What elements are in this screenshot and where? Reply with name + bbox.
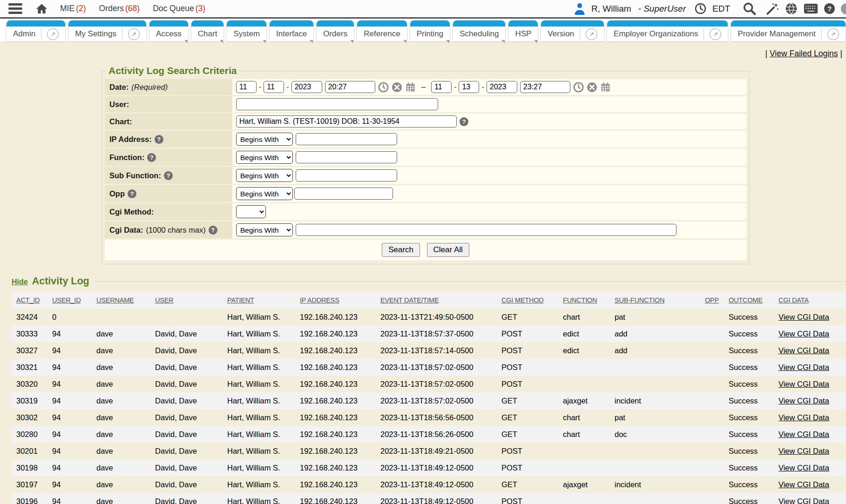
- ip-address-input[interactable]: [296, 133, 397, 145]
- cgi-data-help-icon[interactable]: [209, 226, 217, 235]
- keyboard-icon[interactable]: [804, 3, 818, 14]
- column-header-cgi-data[interactable]: CGI DATA: [778, 292, 846, 309]
- date-to-month-input[interactable]: [431, 81, 452, 93]
- view-cgi-data-link[interactable]: View CGI Data: [778, 363, 829, 371]
- search-icon[interactable]: [743, 2, 756, 15]
- date-field: - - – - -: [232, 79, 746, 95]
- tab-printing[interactable]: Printing: [410, 20, 450, 41]
- cgi-data-match-select[interactable]: Begins With: [236, 223, 293, 236]
- sub-function-input[interactable]: [296, 169, 397, 181]
- column-header-opp[interactable]: OPP: [705, 292, 729, 309]
- view-cgi-data-link[interactable]: View CGI Data: [778, 480, 829, 489]
- open-new-window-icon[interactable]: [710, 28, 721, 40]
- sub-function-match-select[interactable]: Begins With: [236, 169, 293, 182]
- home-icon[interactable]: [35, 3, 48, 15]
- date-to-day-input[interactable]: [459, 81, 479, 93]
- ip-match-select[interactable]: Begins With: [236, 133, 293, 146]
- opp-match-select[interactable]: Begins With: [236, 187, 293, 200]
- view-cgi-data-link[interactable]: View CGI Data: [778, 413, 829, 422]
- column-header-sub-function[interactable]: SUB-FUNCTION: [615, 292, 705, 309]
- function-match-select[interactable]: Begins With: [236, 151, 293, 164]
- clear-all-button[interactable]: Clear All: [427, 243, 469, 257]
- tab-my-settings[interactable]: My Settings: [68, 20, 146, 41]
- clear-date-icon[interactable]: [587, 82, 597, 93]
- function-input[interactable]: [296, 151, 397, 163]
- time-to-input[interactable]: [520, 81, 570, 93]
- column-header-cgi-method[interactable]: CGI METHOD: [501, 292, 563, 309]
- view-cgi-data-link[interactable]: View CGI Data: [778, 447, 829, 455]
- column-header-function[interactable]: FUNCTION: [563, 292, 615, 309]
- view-cgi-data-link[interactable]: View CGI Data: [778, 464, 829, 472]
- time-picker-icon[interactable]: [573, 82, 584, 93]
- date-from-day-input[interactable]: [264, 81, 284, 93]
- tab-admin[interactable]: Admin: [7, 20, 65, 41]
- open-new-window-icon[interactable]: [827, 28, 839, 40]
- time-from-input[interactable]: [325, 81, 375, 93]
- cell-sub-function: add: [615, 325, 705, 342]
- date-to-year-input[interactable]: [487, 81, 517, 93]
- view-cgi-data-link[interactable]: View CGI Data: [778, 396, 829, 405]
- tab-interface[interactable]: Interface: [270, 20, 313, 41]
- cell-username: [96, 309, 155, 325]
- tab-employer-organizations[interactable]: Employer Organizations: [607, 20, 728, 41]
- open-new-window-icon[interactable]: [47, 28, 59, 40]
- column-header-event-date-time[interactable]: EVENT DATE/TIME: [380, 292, 501, 309]
- function-help-icon[interactable]: [147, 153, 156, 162]
- column-header-act-id[interactable]: ACT_ID: [12, 292, 52, 309]
- cgi-data-input[interactable]: [296, 224, 677, 236]
- tab-system[interactable]: System: [227, 20, 266, 41]
- column-header-user[interactable]: USER: [155, 292, 227, 309]
- view-failed-logins-link[interactable]: View Failed Logins: [770, 49, 838, 58]
- globe-icon[interactable]: [785, 2, 798, 15]
- tab-version[interactable]: Version: [541, 20, 604, 41]
- user-input[interactable]: [236, 98, 438, 110]
- nav-orders[interactable]: Orders(68): [99, 4, 140, 13]
- column-header-ip-address[interactable]: IP ADDRESS: [300, 292, 380, 309]
- view-cgi-data-link[interactable]: View CGI Data: [778, 313, 829, 321]
- time-picker-icon[interactable]: [378, 82, 389, 93]
- view-cgi-data-link[interactable]: View CGI Data: [778, 380, 829, 388]
- column-header-outcome[interactable]: OUTCOME: [729, 292, 778, 309]
- tab-scheduling[interactable]: Scheduling: [453, 20, 505, 41]
- view-cgi-data-link[interactable]: View CGI Data: [778, 430, 829, 438]
- chart-input[interactable]: [236, 115, 457, 128]
- separator: -: [454, 83, 456, 91]
- user-avatar-icon[interactable]: [574, 2, 585, 15]
- column-header-patient[interactable]: PATIENT: [227, 292, 300, 309]
- cgi-method-select[interactable]: [236, 205, 266, 218]
- view-cgi-data-link[interactable]: View CGI Data: [778, 329, 829, 338]
- tab-access[interactable]: Access: [149, 20, 188, 41]
- opp-input[interactable]: [294, 188, 393, 200]
- help-icon[interactable]: [824, 3, 835, 14]
- tab-chart[interactable]: Chart: [191, 20, 224, 41]
- tab-provider-management[interactable]: Provider Management: [731, 20, 845, 41]
- date-from-year-input[interactable]: [291, 81, 322, 93]
- nav-doc-queue[interactable]: Doc Queue(3): [153, 4, 205, 13]
- column-header-user-id[interactable]: USER_ID: [52, 292, 96, 309]
- view-cgi-data-link[interactable]: View CGI Data: [778, 346, 829, 355]
- edge-avatar-icon[interactable]: [841, 3, 846, 14]
- ip-address-help-icon[interactable]: [155, 135, 163, 144]
- hamburger-menu-icon[interactable]: [8, 3, 22, 14]
- tab-reference[interactable]: Reference: [357, 20, 406, 41]
- clear-date-icon[interactable]: [392, 82, 402, 93]
- tab-accent-bar: [731, 20, 845, 27]
- tab-label: Version: [548, 29, 574, 39]
- hide-activity-log-link[interactable]: Hide: [12, 278, 28, 286]
- column-header-username[interactable]: USERNAME: [96, 292, 155, 309]
- opp-help-icon[interactable]: [128, 189, 136, 198]
- open-new-window-icon[interactable]: [128, 28, 140, 40]
- calendar-icon[interactable]: [405, 82, 416, 93]
- calendar-icon[interactable]: [600, 82, 611, 93]
- clock-icon[interactable]: [695, 3, 706, 14]
- search-button[interactable]: Search: [382, 243, 420, 257]
- chart-help-icon[interactable]: [460, 117, 468, 126]
- nav-mie[interactable]: MIE(2): [60, 4, 86, 13]
- wand-icon[interactable]: [766, 2, 779, 15]
- tab-hsp[interactable]: HSP: [508, 20, 538, 41]
- view-cgi-data-link[interactable]: View CGI Data: [778, 497, 829, 504]
- tab-orders[interactable]: Orders: [317, 20, 354, 41]
- open-new-window-icon[interactable]: [586, 28, 597, 40]
- sub-function-help-icon[interactable]: [164, 171, 173, 180]
- date-from-month-input[interactable]: [236, 81, 257, 93]
